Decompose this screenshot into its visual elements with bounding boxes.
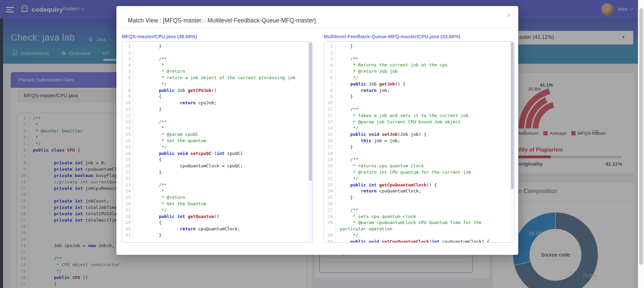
app-root: codequiry Folders Vern Check: java lab J… xyxy=(0,0,644,288)
modal-title: Match View : [MFQS-master▷Multilevel-Fee… xyxy=(128,17,316,24)
triangle-separator-icon: ▷ xyxy=(201,18,207,23)
code-lines: 1 }23 /**4 * Returns the current job at … xyxy=(324,42,510,242)
modal-title-suffix: Multilevel-Feedback-Queue-MFQ-master] xyxy=(207,17,316,24)
modal-divider xyxy=(116,27,518,28)
modal-title-prefix: Match View : [MFQS-master xyxy=(128,17,201,24)
close-icon[interactable]: × xyxy=(506,11,511,20)
scrollbar-thumb[interactable] xyxy=(511,42,514,189)
scrollbar-thumb[interactable] xyxy=(309,42,312,181)
page-scrollbar[interactable] xyxy=(638,0,644,288)
left-panel-scrollbar[interactable] xyxy=(308,42,312,242)
scrollbar-thumb[interactable] xyxy=(639,8,643,265)
right-panel-scrollbar[interactable] xyxy=(510,42,514,242)
right-code-panel: 1 }23 /**4 * Returns the current job at … xyxy=(324,41,515,243)
right-file-header: Multilevel-Feedback-Queue-MFQ-master/CPU… xyxy=(324,34,460,39)
left-code-panel: 1 }23 /**4 *5 * @return6 * return a job … xyxy=(122,41,313,243)
match-view-modal: Match View : [MFQS-master▷Multilevel-Fee… xyxy=(116,6,518,255)
code-lines: 1 }23 /**4 *5 * @return6 * return a job … xyxy=(122,42,308,242)
left-file-header: MFQS-master/CPU.java (38.68%) xyxy=(122,34,197,39)
